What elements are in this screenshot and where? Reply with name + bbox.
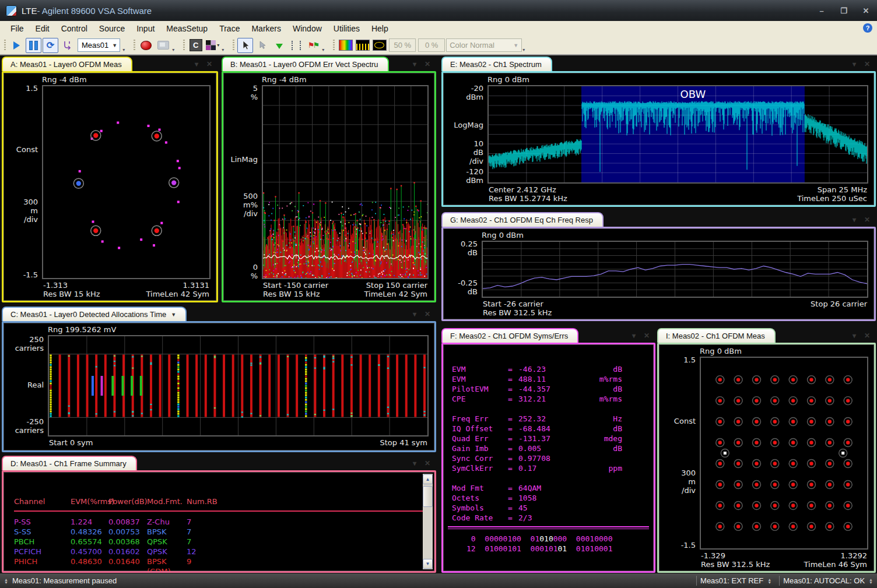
panel-i-tab[interactable]: I: Meas02 - Ch1 OFDM Meas xyxy=(657,328,776,343)
panel-e-tab[interactable]: E: Meas02 - Ch1 Spectrum xyxy=(441,57,552,71)
spectrum-plot[interactable]: OBW xyxy=(487,85,868,184)
toolbar-overflow-icon[interactable]: ▾ xyxy=(122,47,125,52)
menu-item-window[interactable]: Window xyxy=(287,22,328,35)
color-mode-select[interactable]: Color Normal ▼ xyxy=(446,38,522,52)
x-axis-labels: Start -150 carrierStop 150 carrier xyxy=(262,279,429,290)
eye-diagram-button[interactable] xyxy=(371,38,387,53)
toolbar: ⟳ Meas01 ▼ ▾ ▾ C ▾ ▾ xyxy=(0,36,877,55)
toolbar-overflow-icon[interactable]: ▾ xyxy=(222,47,224,52)
status-spinner-icon[interactable]: ▲▼ xyxy=(763,578,776,584)
maximize-button[interactable]: ❐ xyxy=(839,6,849,15)
panel-close-icon[interactable]: ✕ xyxy=(425,60,430,68)
play-button[interactable] xyxy=(9,38,24,53)
panel-menu-icon[interactable]: ▾ xyxy=(853,332,856,340)
toolbar-overflow-icon[interactable]: ▾ xyxy=(172,47,174,52)
menu-item-input[interactable]: Input xyxy=(131,22,160,35)
panel-d-tab[interactable]: D: Meas01 - Ch1 Frame Summary xyxy=(2,456,137,470)
table-row[interactable]: PCFICH0.457000.01602QPSK12 xyxy=(14,547,423,557)
pause-button[interactable] xyxy=(26,38,41,53)
error-vector-spectrum-plot[interactable] xyxy=(262,85,429,279)
toolbar-grip[interactable] xyxy=(333,40,335,51)
single-button[interactable] xyxy=(59,38,75,53)
panel-menu-icon[interactable]: ▾ xyxy=(413,459,416,467)
panel-close-icon[interactable]: ✕ xyxy=(425,459,430,467)
panel-e: E: Meas02 - Ch1 Spectrum ▾✕ Rng 0 dBm -2… xyxy=(441,56,876,207)
panel-menu-icon[interactable]: ▾ xyxy=(632,332,636,340)
toolbar-grip[interactable] xyxy=(233,40,234,51)
panel-close-icon[interactable]: ✕ xyxy=(644,332,650,340)
panel-d-header: D: Meas01 - Ch1 Frame Summary ▾✕ xyxy=(2,455,436,470)
panel-menu-icon[interactable]: ▾ xyxy=(413,310,416,318)
toolbar-grip[interactable] xyxy=(134,40,135,51)
player-button[interactable] xyxy=(155,38,171,53)
menu-item-source[interactable]: Source xyxy=(93,22,131,35)
panel-close-icon[interactable]: ✕ xyxy=(864,216,870,224)
panel-f-tab[interactable]: F: Meas02 - Ch1 OFDM Syms/Errs xyxy=(441,328,578,343)
panel-close-icon[interactable]: ✕ xyxy=(864,60,870,68)
record-button[interactable] xyxy=(138,38,154,53)
window-title-app: LTE xyxy=(22,6,37,16)
panel-c-tab[interactable]: C: Meas01 - Layer0 Detected Allocations … xyxy=(2,307,187,321)
status-spinner-icon[interactable]: ▲▼ xyxy=(865,578,877,584)
move-marker-button[interactable] xyxy=(254,38,270,53)
panel-c-header: C: Meas01 - Layer0 Detected Allocations … xyxy=(2,306,436,321)
table-row[interactable]: PHICH0.486300.01640BPSK (CDM)9 xyxy=(14,557,423,571)
continuous-button[interactable]: ⟳ xyxy=(43,38,58,53)
panel-g-tab[interactable]: G: Meas02 - Ch1 OFDM Eq Ch Freq Resp xyxy=(441,212,604,227)
correction-button[interactable]: C xyxy=(188,38,204,53)
help-icon[interactable]: ? xyxy=(863,23,872,33)
menu-item-meassetup[interactable]: MeasSetup xyxy=(160,22,213,35)
menu-item-edit[interactable]: Edit xyxy=(30,22,55,35)
scrollbar[interactable]: ▲ ▼ xyxy=(423,474,433,569)
flags-button[interactable]: ⚑⚑ xyxy=(305,38,321,53)
panel-a-tab[interactable]: A: Meas01 - Layer0 OFDM Meas xyxy=(2,57,132,71)
toolbar-overflow-icon[interactable]: ▾ xyxy=(522,47,525,52)
panel-menu-icon[interactable]: ▾ xyxy=(195,60,198,68)
table-row[interactable]: P-SS1.2240.00837Z-Chu7 xyxy=(14,517,423,527)
menu-item-utilities[interactable]: Utilities xyxy=(328,22,366,35)
minimize-button[interactable]: – xyxy=(816,6,827,15)
allocations-dropdown-caret[interactable]: ▼ xyxy=(171,312,176,318)
panel-menu-icon[interactable]: ▾ xyxy=(853,60,856,68)
readout-row: Gain Imb=0.005dB xyxy=(443,443,654,453)
panel-menu-icon[interactable]: ▾ xyxy=(853,216,856,224)
scroll-down-icon[interactable]: ▼ xyxy=(423,559,433,569)
table-row[interactable]: S-SS0.483260.00753BPSK7 xyxy=(14,527,423,537)
chevron-down-icon: ▼ xyxy=(112,43,117,48)
menu-item-help[interactable]: Help xyxy=(366,22,394,35)
menu-item-file[interactable]: File xyxy=(5,22,30,35)
toolbar-grip[interactable] xyxy=(4,40,6,51)
panel-b-tab[interactable]: B: Meas01 - Layer0 OFDM Err Vect Spectru xyxy=(222,57,389,71)
spectrum-trace-button[interactable] xyxy=(355,38,370,53)
range-label: Rng 0 dBm xyxy=(482,228,874,241)
table-row[interactable]: PBCH0.655740.00368QPSK7 xyxy=(14,537,423,547)
scroll-thumb[interactable] xyxy=(423,486,433,507)
allocations-plot[interactable] xyxy=(48,335,429,436)
panel-close-icon[interactable]: ✕ xyxy=(206,60,212,68)
peak-search-button[interactable] xyxy=(271,38,287,53)
toolbar-overflow-icon[interactable]: ▾ xyxy=(322,47,324,52)
scroll-up-icon[interactable]: ▲ xyxy=(423,474,433,484)
spectrogram-button[interactable] xyxy=(338,38,353,53)
overlap-field[interactable]: 50 % xyxy=(389,38,416,52)
menu-item-control[interactable]: Control xyxy=(55,22,93,35)
player-icon xyxy=(157,41,169,50)
toolbar-grip[interactable] xyxy=(183,40,185,51)
constellation-plot-a[interactable] xyxy=(42,85,211,279)
freq-response-plot[interactable] xyxy=(482,241,868,298)
panel-close-icon[interactable]: ✕ xyxy=(864,332,870,340)
constellation-plot-i[interactable] xyxy=(700,357,868,550)
panel-a-header: A: Meas01 - Layer0 OFDM Meas ▾✕ xyxy=(2,56,218,71)
menu-item-markers[interactable]: Markers xyxy=(245,22,287,35)
status-spinner-icon[interactable]: ▲▼ xyxy=(0,578,12,584)
panel-close-icon[interactable]: ✕ xyxy=(425,310,430,318)
y-axis-labels: -20dBm LogMag 10dB/div -120dBm xyxy=(443,85,487,184)
panel-menu-icon[interactable]: ▾ xyxy=(413,60,416,68)
layout-button[interactable]: ▾ xyxy=(205,38,220,53)
trigger-field[interactable]: 0 % xyxy=(418,38,445,52)
select-pointer-button[interactable] xyxy=(237,38,253,53)
close-button[interactable]: ✕ xyxy=(861,6,871,15)
measurement-selector[interactable]: Meas01 ▼ xyxy=(78,38,120,52)
menu-item-trace[interactable]: Trace xyxy=(213,22,245,35)
band-power-button[interactable] xyxy=(288,38,304,53)
